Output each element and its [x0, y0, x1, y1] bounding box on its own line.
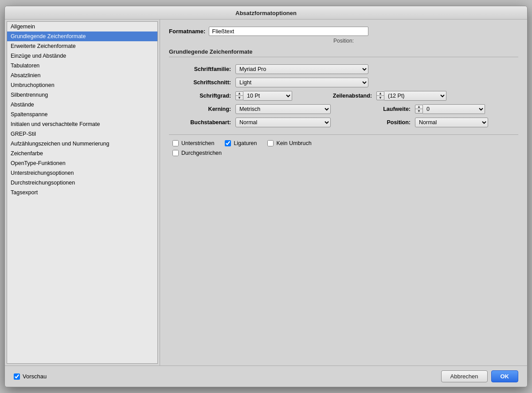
- schriftgrad-down[interactable]: ▼: [236, 96, 243, 100]
- main-panel: Formatname: Position: Grundlegende Zeich…: [160, 20, 527, 365]
- laufweite-select[interactable]: 0: [423, 104, 485, 114]
- schriftfamilie-label: Schriftfamilie:: [169, 66, 231, 72]
- laufweite-up[interactable]: ▲: [415, 105, 422, 109]
- unterstrichen-checkbox[interactable]: [172, 140, 179, 146]
- bottom-bar: Vorschau Abbrechen OK: [5, 365, 527, 387]
- sidebar-item-zeichenfarbe[interactable]: Zeichenfarbe: [7, 149, 157, 158]
- format-name-input[interactable]: [209, 27, 368, 36]
- sidebar-item-allgemein[interactable]: Allgemein: [7, 22, 157, 31]
- ok-button[interactable]: OK: [491, 370, 519, 382]
- kerning-laufweite-row: Kerning: Metrisch Laufweite: ▲ ▼ 0: [169, 104, 518, 114]
- preview-checkbox[interactable]: [14, 373, 20, 380]
- sidebar-item-einzuege[interactable]: Einzüge und Abstände: [7, 51, 157, 61]
- buchstabenart-select[interactable]: Normal: [235, 118, 331, 127]
- schriftgrad-label: Schriftgrad:: [169, 93, 231, 99]
- sidebar-item-initialen[interactable]: Initialen und verschachtelte Formate: [7, 119, 157, 129]
- sidebar-item-opentype[interactable]: OpenType-Funktionen: [7, 158, 157, 168]
- checkboxes-section: Unterstrichen Ligaturen Kein Umbruch Dur…: [169, 134, 518, 156]
- position-label: Position:: [169, 38, 518, 44]
- schriftfamilie-row: Schriftfamilie: Myriad Pro: [169, 64, 518, 74]
- position-select[interactable]: Normal: [415, 118, 488, 127]
- kein-umbruch-item: Kein Umbruch: [267, 140, 311, 146]
- durchgestrichen-label[interactable]: Durchgestrichen: [181, 150, 222, 156]
- schriftgrad-zeilenabstand-row: Schriftgrad: ▲ ▼ 10 Pt Zeilenabstand: ▲ …: [169, 91, 518, 101]
- preview-label[interactable]: Vorschau: [23, 373, 47, 380]
- dialog: Absatzformatoptionen Allgemein Grundlege…: [4, 6, 528, 387]
- zeilenabstand-label: Zeilenabstand:: [301, 93, 372, 99]
- kein-umbruch-label[interactable]: Kein Umbruch: [276, 140, 311, 146]
- format-name-label: Formatname:: [169, 28, 205, 35]
- sidebar-item-durchstreichung[interactable]: Durchstreichungsoptionen: [7, 178, 157, 188]
- kerning-select[interactable]: Metrisch: [235, 104, 331, 114]
- laufweite-down[interactable]: ▼: [415, 109, 422, 113]
- zeilenabstand-control: ▲ ▼ (12 Pt): [376, 91, 446, 101]
- checkboxes-row-1: Unterstrichen Ligaturen Kein Umbruch: [169, 140, 518, 146]
- format-name-row: Formatname:: [169, 27, 518, 36]
- schriftschnitt-select[interactable]: Light: [235, 78, 368, 87]
- schriftfamilie-select[interactable]: Myriad Pro: [235, 64, 368, 74]
- zeilenabstand-spinner[interactable]: ▲ ▼: [376, 91, 384, 100]
- sidebar-item-grep[interactable]: GREP-Stil: [7, 129, 157, 139]
- ligaturen-item: Ligaturen: [225, 140, 257, 146]
- unterstrichen-label[interactable]: Unterstrichen: [181, 140, 214, 146]
- position-field-label: Position:: [340, 119, 411, 126]
- checkboxes-row-2: Durchgestrichen: [169, 150, 518, 156]
- sidebar-item-spaltenspanne[interactable]: Spaltenspanne: [7, 110, 157, 119]
- ligaturen-label[interactable]: Ligaturen: [234, 140, 257, 146]
- laufweite-label: Laufweite:: [340, 106, 411, 112]
- unterstrichen-item: Unterstrichen: [172, 140, 214, 146]
- zeilenabstand-down[interactable]: ▼: [377, 96, 384, 100]
- zeilenabstand-up[interactable]: ▲: [377, 92, 384, 96]
- schriftgrad-up[interactable]: ▲: [236, 92, 243, 96]
- sidebar-item-aufzaehlung[interactable]: Aufzählungszeichen und Nummerierung: [7, 139, 157, 149]
- buchstabenart-label: Buchstabenart:: [169, 119, 231, 126]
- schriftgrad-spinner[interactable]: ▲ ▼: [235, 91, 243, 100]
- schriftgrad-select[interactable]: 10 Pt: [243, 91, 292, 101]
- buchstabenart-position-row: Buchstabenart: Normal Position: Normal: [169, 118, 518, 127]
- durchgestrichen-item: Durchgestrichen: [172, 150, 222, 156]
- cancel-button[interactable]: Abbrechen: [441, 370, 488, 382]
- sidebar-item-grundlegende[interactable]: Grundlegende Zeichenformate: [7, 31, 157, 41]
- zeilenabstand-select[interactable]: (12 Pt): [384, 91, 446, 101]
- durchgestrichen-checkbox[interactable]: [172, 150, 179, 156]
- section-title: Grundlegende Zeichenformate: [169, 48, 518, 55]
- sidebar-item-unterstreichung[interactable]: Unterstreichungsoptionen: [7, 168, 157, 178]
- ligaturen-checkbox[interactable]: [225, 140, 231, 146]
- kerning-label: Kerning:: [169, 106, 231, 112]
- sidebar-item-tagsexport[interactable]: Tagsexport: [7, 188, 157, 197]
- preview-group: Vorschau: [14, 373, 47, 380]
- sidebar-item-abstaende[interactable]: Abstände: [7, 100, 157, 110]
- schriftschnitt-label: Schriftschnitt:: [169, 79, 231, 86]
- sidebar-item-umbruch[interactable]: Umbruchoptionen: [7, 80, 157, 90]
- schriftschnitt-row: Schriftschnitt: Light: [169, 78, 518, 87]
- kein-umbruch-checkbox[interactable]: [267, 140, 274, 146]
- laufweite-spinner[interactable]: ▲ ▼: [415, 105, 423, 114]
- sidebar-list[interactable]: Allgemein Grundlegende Zeichenformate Er…: [7, 21, 158, 364]
- sidebar-item-erweiterte[interactable]: Erweiterte Zeichenformate: [7, 41, 157, 51]
- content-area: Allgemein Grundlegende Zeichenformate Er…: [5, 20, 527, 365]
- sidebar-item-tabulatoren[interactable]: Tabulatoren: [7, 61, 157, 71]
- title-bar: Absatzformatoptionen: [5, 6, 527, 20]
- laufweite-control: ▲ ▼ 0: [415, 104, 485, 114]
- section-divider: [169, 57, 518, 57]
- sidebar-item-absatzlinien[interactable]: Absatzlinien: [7, 71, 157, 80]
- dialog-title: Absatzformatoptionen: [235, 10, 297, 16]
- schriftgrad-control: ▲ ▼ 10 Pt: [235, 91, 292, 101]
- sidebar: Allgemein Grundlegende Zeichenformate Er…: [5, 20, 160, 365]
- bottom-buttons: Abbrechen OK: [441, 370, 518, 382]
- sidebar-item-silbentrennung[interactable]: Silbentrennung: [7, 90, 157, 100]
